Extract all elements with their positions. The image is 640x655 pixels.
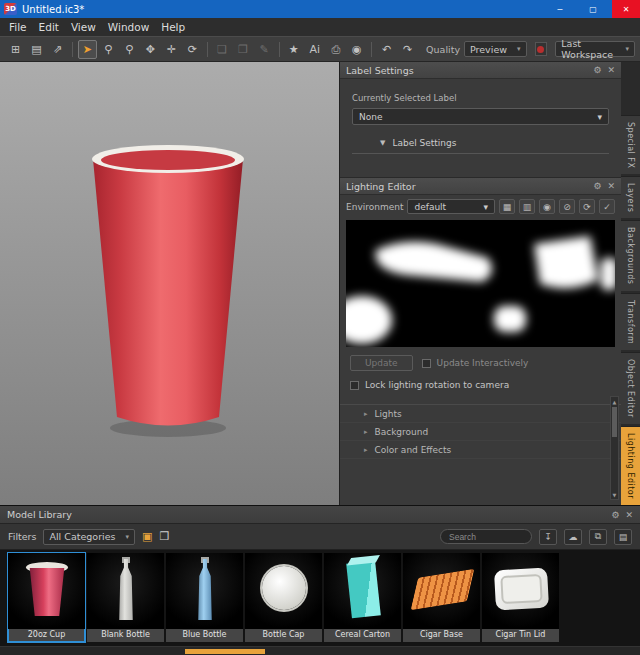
- snapshot-button[interactable]: ◉: [347, 40, 366, 59]
- menu-window[interactable]: Window: [102, 20, 155, 34]
- section-color-effects[interactable]: ▸ Color and Effects: [340, 441, 621, 459]
- label-settings-header[interactable]: Label Settings ⚙ ✕: [340, 62, 621, 79]
- move-tool-button[interactable]: ✛: [162, 40, 181, 59]
- menubar: File Edit View Window Help: [0, 18, 640, 36]
- tri-down-icon: ▼: [380, 139, 385, 147]
- gear-icon[interactable]: ⚙: [593, 181, 601, 191]
- lighting-editor-header[interactable]: Lighting Editor ⚙ ✕: [340, 178, 621, 195]
- search-input[interactable]: [440, 529, 532, 544]
- rotate-tool-button[interactable]: ⟳: [183, 40, 202, 59]
- undo-button[interactable]: ↶: [377, 40, 396, 59]
- open-file-button[interactable]: ▤: [27, 40, 46, 59]
- render-environment-button[interactable]: ◉: [539, 199, 555, 214]
- workspace-dropdown[interactable]: Last Workspace ▾: [555, 41, 635, 57]
- package-filter-icon[interactable]: ▣: [142, 530, 152, 543]
- load-environment-button[interactable]: ▥: [519, 199, 535, 214]
- library-item-cigar-base[interactable]: Cigar Base: [403, 553, 480, 642]
- library-item-blank-bottle[interactable]: Blank Bottle: [87, 553, 164, 642]
- download-model-button[interactable]: ↧: [539, 529, 557, 545]
- library-item-blue-bottle[interactable]: Blue Bottle: [166, 553, 243, 642]
- lock-rotation-option[interactable]: Lock lighting rotation to camera: [340, 373, 621, 394]
- toolbar-separator: [371, 42, 372, 57]
- lighting-sections: ▸ Lights ▸ Background ▸ Color and Effect…: [340, 404, 621, 459]
- print-button[interactable]: ⎙: [326, 40, 345, 59]
- refresh-environment-button[interactable]: ⟳: [579, 199, 595, 214]
- environment-preview[interactable]: [346, 220, 615, 347]
- category-dropdown[interactable]: All Categories ▾: [43, 529, 135, 545]
- list-view-button[interactable]: ▤: [614, 529, 632, 545]
- gear-icon[interactable]: ⚙: [611, 510, 619, 520]
- duplicate-icon: ⧉: [595, 531, 601, 542]
- maximize-button[interactable]: ▢: [579, 0, 607, 18]
- render-indicator[interactable]: [535, 42, 548, 56]
- library-item-cigar-tin-lid[interactable]: Cigar Tin Lid: [482, 553, 559, 642]
- chevron-down-icon: ▾: [517, 45, 521, 53]
- close-icon[interactable]: ✕: [607, 65, 615, 75]
- side-tab-strip: Special FX Layers Backgrounds Transform …: [621, 62, 640, 505]
- cloud-library-button[interactable]: ☁: [564, 529, 582, 545]
- library-item-cereal-carton[interactable]: Cereal Carton: [324, 553, 401, 642]
- star-icon: ★: [289, 43, 299, 56]
- scroll-up-icon[interactable]: ▲: [613, 397, 617, 406]
- menu-help[interactable]: Help: [155, 20, 191, 34]
- section-lights[interactable]: ▸ Lights: [340, 405, 621, 423]
- redo-button[interactable]: ↷: [398, 40, 417, 59]
- magnifier-icon: ⚲: [104, 43, 112, 56]
- scrollbar-thumb[interactable]: [185, 649, 265, 654]
- library-item-label: Cereal Carton: [324, 629, 401, 642]
- tab-lighting-editor[interactable]: Lighting Editor: [621, 426, 640, 505]
- apply-environment-button[interactable]: ✓: [599, 199, 615, 214]
- library-item-20oz-cup[interactable]: 20oz Cup: [8, 553, 85, 642]
- viewport-3d[interactable]: [0, 62, 340, 505]
- scrollbar-thumb[interactable]: [612, 407, 617, 437]
- new-scene-button[interactable]: ⊞: [6, 40, 25, 59]
- selected-label-dropdown[interactable]: None ▾: [352, 108, 609, 125]
- star-tool-button[interactable]: ★: [284, 40, 303, 59]
- library-item-bottle-cap[interactable]: Bottle Cap: [245, 553, 322, 642]
- zoom-region-button[interactable]: ⚲: [120, 40, 139, 59]
- close-icon[interactable]: ✕: [607, 181, 615, 191]
- library-scrollbar[interactable]: [0, 646, 640, 655]
- tab-layers[interactable]: Layers: [621, 176, 640, 218]
- titlebar[interactable]: 3D Untitled.ic3* ─ ▢ ✕: [0, 0, 640, 18]
- pan-tool-button[interactable]: ✥: [141, 40, 160, 59]
- menu-file[interactable]: File: [3, 20, 33, 34]
- ai-tool-button[interactable]: Ai: [305, 40, 324, 59]
- scroll-down-icon[interactable]: ▼: [613, 490, 617, 499]
- minimize-button[interactable]: ─: [546, 0, 574, 18]
- group-button[interactable]: ❐: [234, 40, 253, 59]
- quality-dropdown[interactable]: Preview ▾: [464, 41, 527, 57]
- import-model-icon: ⇗: [53, 43, 62, 56]
- shape-filter-icon[interactable]: ❒: [159, 530, 169, 543]
- pen-tool-button[interactable]: ✎: [255, 40, 274, 59]
- menu-edit[interactable]: Edit: [33, 20, 65, 34]
- library-item-label: Bottle Cap: [245, 629, 322, 642]
- model-library-header[interactable]: Model Library ⚙ ✕: [0, 506, 640, 524]
- frame-object-button[interactable]: ❏: [213, 40, 232, 59]
- move-icon: ✛: [167, 43, 176, 56]
- import-model-button[interactable]: ⇗: [48, 40, 67, 59]
- section-background[interactable]: ▸ Background: [340, 423, 621, 441]
- tab-transform[interactable]: Transform: [621, 293, 640, 350]
- close-button[interactable]: ✕: [612, 0, 640, 18]
- select-tool-button[interactable]: ➤: [78, 40, 97, 59]
- delete-environment-button[interactable]: ⊘: [559, 199, 575, 214]
- red-cup-render[interactable]: [0, 62, 340, 505]
- label-settings-section-toggle[interactable]: ▼ Label Settings: [352, 138, 609, 154]
- gear-icon[interactable]: ⚙: [593, 65, 601, 75]
- section-background-label: Background: [375, 427, 429, 437]
- update-button[interactable]: Update: [350, 355, 413, 371]
- tab-backgrounds[interactable]: Backgrounds: [621, 220, 640, 290]
- environment-dropdown[interactable]: default ▾: [407, 199, 495, 214]
- library-thumbnail-strip: 20oz Cup Blank Bottle Blue Bottle Bottle…: [0, 550, 640, 646]
- panel-scrollbar[interactable]: ▲ ▼: [610, 396, 619, 500]
- menu-view[interactable]: View: [65, 20, 102, 34]
- tab-object-editor[interactable]: Object Editor: [621, 352, 640, 424]
- zoom-tool-button[interactable]: ⚲: [99, 40, 118, 59]
- duplicate-model-button[interactable]: ⧉: [589, 529, 607, 545]
- save-environment-button[interactable]: ▦: [499, 199, 515, 214]
- redo-icon: ↷: [403, 43, 412, 56]
- close-icon[interactable]: ✕: [625, 510, 633, 520]
- tab-special-fx[interactable]: Special FX: [621, 115, 640, 174]
- update-interactively-option[interactable]: Update Interactively: [422, 358, 529, 368]
